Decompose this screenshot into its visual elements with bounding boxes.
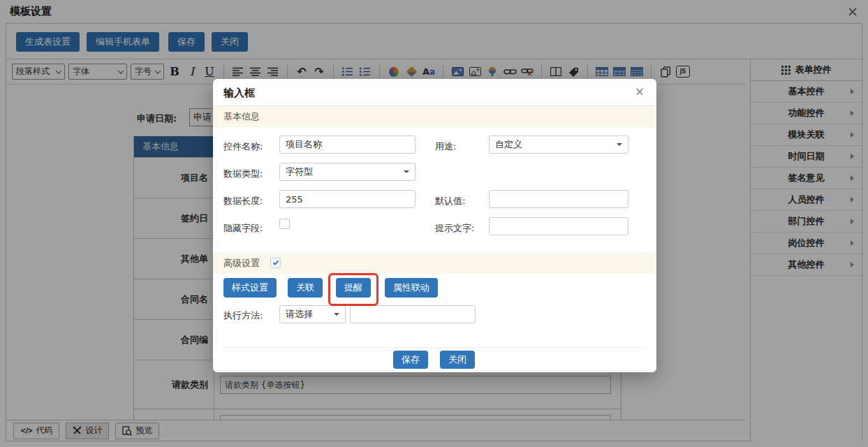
exec-method-label: 执行方法: <box>223 309 263 322</box>
exec-method-select[interactable]: 请选择 <box>279 305 346 323</box>
data-type-select[interactable]: 字符型 <box>279 163 415 181</box>
dialog-close-button[interactable]: 关闭 <box>440 351 475 369</box>
hint-text-input[interactable] <box>489 217 628 235</box>
section-basic-info: 基本信息 <box>213 106 656 127</box>
check-icon <box>272 259 278 265</box>
caret-down-icon <box>404 170 409 176</box>
dialog-save-button[interactable]: 保存 <box>393 351 428 369</box>
advanced-settings-checkbox[interactable] <box>270 258 281 268</box>
relation-button[interactable]: 关联 <box>288 278 323 298</box>
default-value-label: 默认值: <box>435 195 465 207</box>
hidden-field-checkbox[interactable] <box>279 219 290 229</box>
dialog-close-icon[interactable]: × <box>635 85 645 98</box>
input-box-dialog: 输入框 × 基本信息 控件名称: 用途: 自定义 数据类型: 字符型 数据长度:… <box>213 79 656 372</box>
dialog-title: 输入框 <box>223 87 255 100</box>
usage-select[interactable]: 自定义 <box>489 135 628 154</box>
data-type-label: 数据类型: <box>223 168 263 180</box>
data-length-label: 数据长度: <box>223 195 263 207</box>
caret-down-icon <box>334 313 339 318</box>
divider <box>223 347 646 348</box>
default-value-input[interactable] <box>489 190 628 208</box>
data-length-input[interactable] <box>279 190 415 208</box>
hidden-field-label: 隐藏字段: <box>223 222 263 235</box>
hint-text-label: 提示文字: <box>435 222 474 235</box>
property-linkage-button[interactable]: 属性联动 <box>385 278 438 298</box>
usage-label: 用途: <box>435 140 456 153</box>
control-name-input[interactable] <box>279 135 415 154</box>
exec-method-input[interactable] <box>350 305 476 323</box>
template-settings-window: 模板设置 × 生成表设置 编辑手机表单 保存 关闭 段落样式 字体 字号 B I… <box>0 0 868 447</box>
caret-down-icon <box>617 143 622 149</box>
control-name-label: 控件名称: <box>223 140 263 153</box>
style-settings-button[interactable]: 样式设置 <box>223 278 277 298</box>
remind-button[interactable]: 提醒 <box>336 278 371 298</box>
